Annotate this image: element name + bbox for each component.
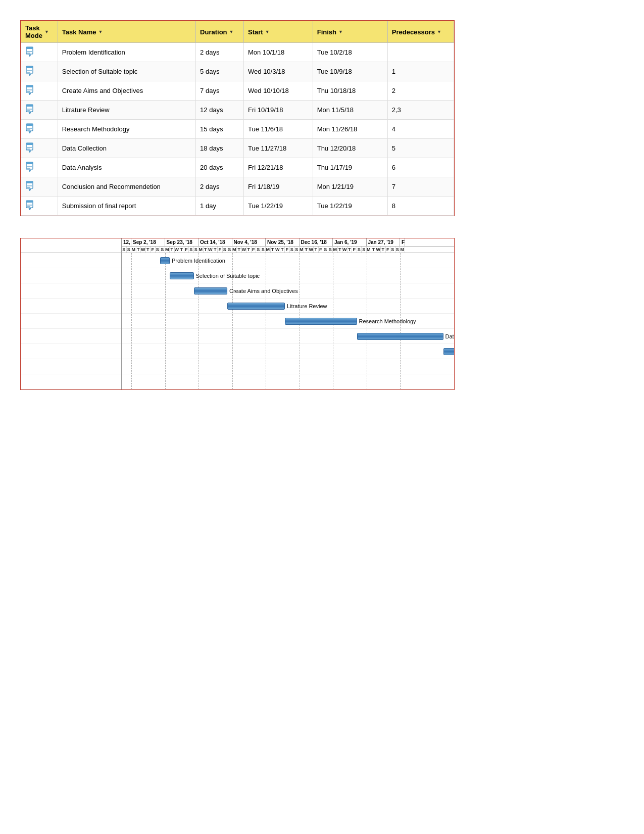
- th-mode-arrow[interactable]: ▼: [44, 29, 49, 34]
- gantt-day-header: T: [381, 247, 386, 253]
- gantt-day-header: S: [290, 247, 295, 253]
- gantt-week-header: Jan 27, '19: [367, 238, 401, 246]
- gantt-bar-label: Selection of Suitable topic: [196, 268, 260, 283]
- svg-rect-13: [26, 105, 33, 107]
- task-name-cell: Problem Identification: [58, 43, 195, 62]
- gantt-bar: [227, 303, 285, 310]
- table-row: Research Methodology15 daysTue 11/6/18Mo…: [21, 120, 454, 139]
- gantt-labels: [21, 253, 122, 389]
- svg-rect-5: [26, 66, 33, 68]
- gantt-day-header: T: [237, 247, 242, 253]
- gantt-day-header: T: [371, 247, 376, 253]
- gantt-bar: [194, 287, 228, 295]
- gantt-day-header: W: [376, 247, 381, 253]
- gantt-day-header: W: [242, 247, 247, 253]
- gantt-label-row: [21, 268, 121, 283]
- task-duration-cell: 20 days: [196, 158, 244, 177]
- task-mode-cell: [21, 101, 58, 120]
- svg-rect-1: [26, 47, 33, 49]
- gantt-day-header: M: [266, 247, 271, 253]
- gantt-bar-row: Research Methodology: [122, 314, 454, 329]
- gantt-weeks-row: 12, '18Sep 2, '18Sep 23, '18Oct 14, '18N…: [122, 238, 454, 247]
- gantt-day-header: M: [232, 247, 237, 253]
- gantt-bar-row: Data Analysis: [122, 344, 454, 359]
- table-row: Selection of Suitable topic5 daysWed 10/…: [21, 62, 454, 81]
- gantt-day-header: T: [246, 247, 252, 253]
- task-start-cell: Fri 1/18/19: [244, 177, 313, 197]
- gantt-timeline-header: 12, '18Sep 2, '18Sep 23, '18Oct 14, '18N…: [122, 238, 454, 253]
- th-finish-arrow[interactable]: ▼: [338, 29, 343, 34]
- gantt-day-header: W: [175, 247, 180, 253]
- gantt-bar: [443, 348, 455, 355]
- gantt-day-header: S: [160, 247, 165, 253]
- gantt-day-header: S: [127, 247, 132, 253]
- gantt-day-header: T: [136, 247, 141, 253]
- task-mode-icon: [25, 200, 34, 210]
- task-duration-cell: 15 days: [196, 120, 244, 139]
- gantt-label-header: [21, 238, 122, 253]
- gantt-label-row: [21, 359, 121, 374]
- task-pred-cell: 2: [387, 81, 454, 101]
- table-row: Litrature Review12 daysFri 10/19/18Mon 1…: [21, 101, 454, 120]
- task-mode-icon: [25, 104, 34, 114]
- gantt-day-header: W: [342, 247, 348, 253]
- th-pred[interactable]: Predecessors ▼: [387, 21, 454, 43]
- task-mode-cell: [21, 62, 58, 81]
- gantt-day-header: S: [261, 247, 266, 253]
- gantt-bar-row: Data Collection: [122, 329, 454, 344]
- task-finish-cell: Tue 10/9/18: [313, 62, 387, 81]
- th-pred-arrow[interactable]: ▼: [437, 29, 441, 34]
- task-finish-cell: Mon 1/21/19: [313, 177, 387, 197]
- svg-rect-29: [26, 181, 33, 183]
- th-mode[interactable]: Task Mode ▼: [21, 21, 58, 43]
- gantt-bar: [285, 318, 357, 325]
- gantt-bar-row: Conclusion and Recommendetion: [122, 359, 454, 374]
- task-finish-cell: Mon 11/26/18: [313, 120, 387, 139]
- gantt-week-header: Sep 23, '18: [165, 238, 199, 246]
- gantt-day-header: S: [223, 247, 228, 253]
- gantt-bar-row: Create Aims and Objectives: [122, 283, 454, 299]
- gantt-day-header: M: [400, 247, 405, 253]
- task-start-cell: Tue 11/6/18: [244, 120, 313, 139]
- gantt-bar-label: Create Aims and Objectives: [229, 283, 298, 299]
- gantt-day-header: W: [309, 247, 314, 253]
- task-pred-cell: 6: [387, 158, 454, 177]
- th-start-arrow[interactable]: ▼: [265, 29, 270, 34]
- th-finish[interactable]: Finish ▼: [313, 21, 387, 43]
- th-duration[interactable]: Duration ▼: [196, 21, 244, 43]
- gantt-bar: [160, 257, 170, 264]
- th-duration-label: Duration: [200, 28, 227, 36]
- gantt-label-row: [21, 283, 121, 299]
- gantt-bar-row: Problem Identification: [122, 253, 454, 268]
- task-start-cell: Fri 10/19/18: [244, 101, 313, 120]
- th-name[interactable]: Task Name ▼: [58, 21, 195, 43]
- gantt-day-header: T: [338, 247, 343, 253]
- gantt-day-header: M: [367, 247, 372, 253]
- gantt-header: 12, '18Sep 2, '18Sep 23, '18Oct 14, '18N…: [21, 238, 454, 253]
- task-duration-cell: 7 days: [196, 81, 244, 101]
- table-row: Data Analysis20 daysFri 12/21/18Thu 1/17…: [21, 158, 454, 177]
- th-duration-arrow[interactable]: ▼: [229, 29, 234, 34]
- task-duration-cell: 2 days: [196, 177, 244, 197]
- gantt-body: Problem IdentificationSelection of Suita…: [21, 253, 454, 389]
- th-name-arrow[interactable]: ▼: [98, 29, 103, 34]
- th-start-label: Start: [248, 28, 263, 36]
- gantt-days-row: SSMTWTFSSMTWTFSSMTWTFSSMTWTFSSMTWTFSSMTW…: [122, 247, 454, 253]
- task-start-cell: Wed 10/10/18: [244, 81, 313, 101]
- task-pred-cell: 7: [387, 177, 454, 197]
- gantt-day-header: W: [208, 247, 213, 253]
- svg-rect-9: [26, 85, 33, 87]
- svg-rect-17: [26, 124, 33, 126]
- gantt-day-header: S: [362, 247, 367, 253]
- gantt-bar-label: Research Methodology: [359, 314, 416, 329]
- gantt-day-header: S: [122, 247, 127, 253]
- task-table-wrapper: Task Mode ▼ Task Name ▼ Duration ▼: [20, 20, 455, 216]
- th-start[interactable]: Start ▼: [244, 21, 313, 43]
- gantt-label-row: [21, 299, 121, 314]
- task-mode-icon: [25, 85, 34, 95]
- gantt-day-header: T: [146, 247, 151, 253]
- gantt-day-header: M: [165, 247, 170, 253]
- gantt-day-header: S: [227, 247, 232, 253]
- task-name-cell: Create Aims and Objectives: [58, 81, 195, 101]
- gantt-day-header: M: [300, 247, 305, 253]
